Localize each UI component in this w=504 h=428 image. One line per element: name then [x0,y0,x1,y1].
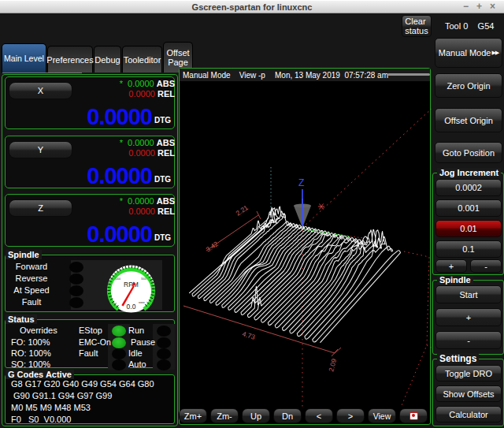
svg-text:2.09: 2.09 [327,358,338,373]
svg-text:5000: 5000 [139,301,145,304]
svg-text:3.42: 3.42 [205,240,220,254]
svg-text:1000: 1000 [115,277,120,281]
svg-text:3000: 3000 [141,277,146,281]
svg-text:2.21: 2.21 [235,203,250,218]
svg-text:RPM: RPM [124,281,139,288]
svg-text:Z: Z [298,177,304,188]
svg-text:4.73: 4.73 [241,329,256,341]
svg-text:0.0: 0.0 [127,303,136,311]
